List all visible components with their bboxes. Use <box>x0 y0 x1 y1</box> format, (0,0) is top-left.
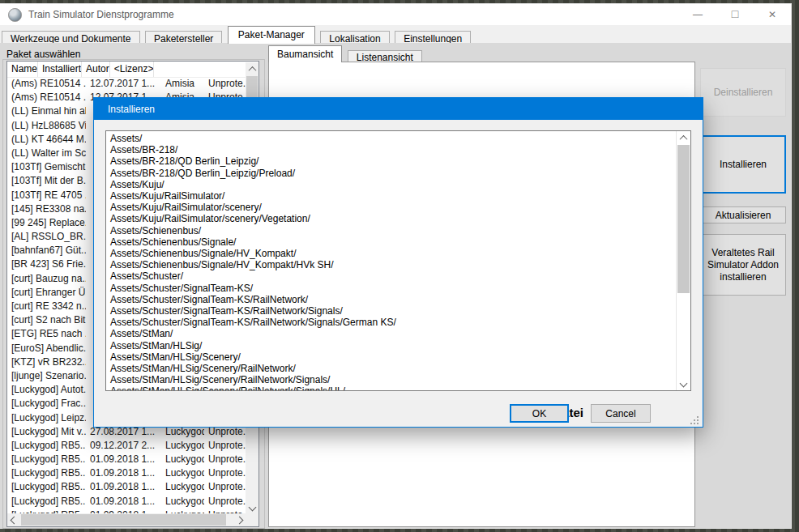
cell-installed: 01.09.2018 1... <box>86 466 161 480</box>
cell-license: Unprote.. <box>204 439 246 453</box>
asset-path-item[interactable]: Assets/Schienenbus/Signale/HV_Kompakt/HV… <box>110 259 677 270</box>
asset-path-item[interactable]: Assets/StMan/ <box>110 328 677 339</box>
update-button-label: Aktualisieren <box>716 210 771 221</box>
cell-name: [AL] RSSLO_BR... <box>7 230 86 244</box>
asset-path-item[interactable]: Assets/StMan/HLSig/Scenery/RailNetwork/S… <box>110 385 677 390</box>
table-row[interactable]: [Luckygod] RB5... 01.09.2018 1... Luckyg… <box>7 495 246 509</box>
main-tabstrip: Werkzeuge und Dokumente Paketersteller P… <box>0 25 791 43</box>
main-tab-label: Paket-Manager <box>238 29 305 40</box>
column-header[interactable]: <Lizenz> <box>110 62 155 77</box>
close-button[interactable]: ✕ <box>754 4 791 25</box>
dialog-vertical-scrollbar[interactable] <box>676 131 690 390</box>
scroll-down-button[interactable] <box>677 377 690 390</box>
cell-name: (LL) Einmal hin all... <box>7 104 86 118</box>
window-title: Train Simulator Dienstprogramme <box>28 9 174 20</box>
scroll-up-button[interactable] <box>246 62 258 75</box>
table-row[interactable]: [Luckygod] RB5... 01.09.2018 1... Luckyg… <box>7 453 246 466</box>
scroll-thumb[interactable] <box>677 145 690 293</box>
chevron-up-icon <box>680 135 688 143</box>
cell-license: Unprote.. <box>204 495 246 509</box>
scroll-thumb-horizontal[interactable] <box>21 514 226 526</box>
asset-path-item[interactable]: Assets/StMan/HLSig/Scenery/ <box>110 351 677 363</box>
asset-path-item[interactable]: Assets/Kuju/RailSimulator/ <box>110 190 677 202</box>
cell-name: [Luckygod] RB5... <box>7 480 86 494</box>
column-header[interactable]: Autor <box>82 62 110 77</box>
cell-name: [103Tf] Gemischt... <box>7 160 86 174</box>
cancel-button[interactable]: Cancel <box>591 404 651 423</box>
view-tabstrip: Baumansicht Listenansicht <box>268 45 424 62</box>
package-table-header: Name Installiert Autor <Lizenz> <box>7 62 246 78</box>
asset-path-item[interactable]: Assets/Kuju/RailSimulator/scenery/ <box>110 202 677 213</box>
cell-name: [Luckygod] Mit v... <box>7 425 86 439</box>
asset-path-item[interactable]: Assets/Schienenbus/Signale/ <box>110 236 677 248</box>
update-button[interactable]: Aktualisieren <box>700 206 786 223</box>
cell-name: [99 245] Replace... <box>7 216 86 230</box>
asset-path-item[interactable]: Assets/StMan/HLSig/ <box>110 340 677 351</box>
asset-path-item[interactable]: Assets/BR-218/QD Berlin_Leipzig/Preload/ <box>110 168 677 179</box>
cell-author: Luckygod <box>161 453 204 466</box>
scroll-right-button[interactable] <box>233 513 246 526</box>
titlebar: Train Simulator Dienstprogramme — □ ✕ <box>0 4 791 25</box>
table-row[interactable]: [Luckygod] RB5... 09.12.2017 2... Luckyg… <box>7 439 246 453</box>
cell-author: Luckygod <box>161 439 204 453</box>
asset-list: Assets/ Assets/BR-218/ Assets/BR-218/QD … <box>106 131 677 390</box>
scrollbar-corner <box>246 513 258 526</box>
asset-path-item[interactable]: Assets/Schuster/SignalTeam-KS/RailNetwor… <box>110 305 677 317</box>
deinstall-button-label: Deinstallieren <box>714 87 773 98</box>
table-row[interactable]: [Luckygod] RB5... 01.09.2018 1... Luckyg… <box>7 466 246 480</box>
maximize-button[interactable]: □ <box>716 4 754 25</box>
asset-listbox: Assets/ Assets/BR-218/ Assets/BR-218/QD … <box>105 130 691 391</box>
cell-license: Unprote.. <box>204 466 246 480</box>
column-header[interactable]: Name <box>7 62 38 77</box>
cell-installed: 09.12.2017 2... <box>86 439 161 453</box>
cell-name: (LL) HzL88685 Vi... <box>7 119 86 133</box>
asset-path-item[interactable]: Assets/StMan/HLSig/Scenery/RailNetwork/S… <box>110 374 677 385</box>
table-horizontal-scrollbar[interactable] <box>7 513 246 526</box>
ok-button[interactable]: OK <box>510 404 569 423</box>
legacy-addon-install-button[interactable]: Veraltetes Rail Simulator Addon installi… <box>700 234 786 296</box>
asset-path-item[interactable]: Assets/Schienenbus/ <box>110 225 677 236</box>
app-icon <box>8 8 22 22</box>
table-row[interactable]: [Luckygod] RB5... 01.09.2018 1... Luckyg… <box>7 480 246 494</box>
main-tab[interactable]: Paket-Manager <box>228 26 315 44</box>
cell-name: [bahnfan67] Güt... <box>7 244 86 257</box>
cell-name: (LL) KT 46644 M... <box>7 133 86 147</box>
cell-name: [103Tf] Mit der B... <box>7 174 86 188</box>
asset-path-item[interactable]: Assets/Schuster/SignalTeam-KS/ <box>110 283 677 294</box>
desktop-wallpaper: Train Simulator Dienstprogramme — □ ✕ We… <box>0 0 799 532</box>
scroll-up-button[interactable] <box>677 131 690 145</box>
minimize-icon: — <box>693 10 703 19</box>
table-row[interactable]: (Ams) RE10514 ... 12.07.2017 1... Amisia… <box>7 77 246 91</box>
scroll-left-button[interactable] <box>7 513 20 526</box>
column-header[interactable]: Installiert <box>38 62 82 77</box>
install-button[interactable]: Installieren <box>700 135 786 194</box>
cell-name: [curt] Bauzug na... <box>7 272 86 286</box>
dialog-title: Installieren <box>108 104 155 115</box>
asset-path-item[interactable]: Assets/BR-218/QD Berlin_Leipzig/ <box>110 155 677 167</box>
view-tab[interactable]: Baumansicht <box>268 45 342 62</box>
close-icon: ✕ <box>768 10 776 19</box>
cancel-button-label: Cancel <box>605 408 635 419</box>
asset-path-item[interactable]: Assets/Schuster/ <box>110 270 677 282</box>
resize-grip-icon[interactable] <box>690 415 700 424</box>
asset-path-item[interactable]: Assets/Schuster/SignalTeam-KS/RailNetwor… <box>110 317 677 328</box>
asset-path-item[interactable]: Assets/Kuju/RailSimulator/scenery/Vegeta… <box>110 213 677 224</box>
window-controls: — □ ✕ <box>679 4 791 25</box>
asset-path-item[interactable]: Assets/Schienenbus/Signale/HV_Kompakt/ <box>110 248 677 259</box>
minimize-button[interactable]: — <box>679 4 716 25</box>
asset-path-item[interactable]: Assets/Kuju/ <box>110 179 677 190</box>
cell-name: [KTZ] vR BR232... <box>7 355 86 369</box>
asset-path-item[interactable]: Assets/ <box>110 133 677 144</box>
cell-name: [145] RE3308 na... <box>7 202 86 216</box>
asset-path-item[interactable]: Assets/StMan/HLSig/Scenery/RailNetwork/ <box>110 363 677 374</box>
cell-name: [Luckygod] RB5... <box>7 439 86 453</box>
cell-name: [curt] S2 nach Bit... <box>7 313 86 327</box>
dialog-titlebar[interactable]: Installieren <box>94 98 703 120</box>
install-button-label: Installieren <box>720 159 767 170</box>
asset-path-item[interactable]: Assets/BR-218/ <box>110 144 677 155</box>
cell-name: [ETG] RE5 nach ... <box>7 327 86 341</box>
cell-installed: 01.09.2018 1... <box>86 480 161 494</box>
chevron-down-icon <box>680 380 688 388</box>
asset-path-item[interactable]: Assets/Schuster/SignalTeam-KS/RailNetwor… <box>110 294 677 305</box>
scroll-down-button[interactable] <box>246 500 258 513</box>
